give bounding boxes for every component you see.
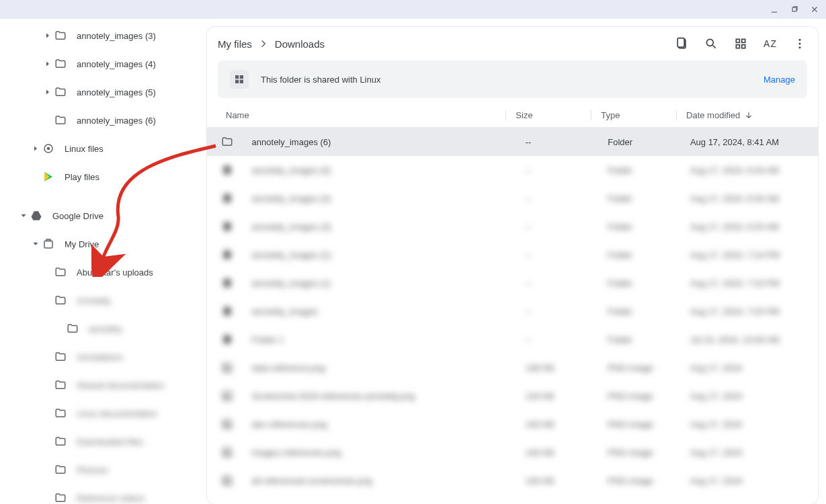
toolbar: AZ <box>674 36 807 51</box>
more-button[interactable] <box>792 36 807 51</box>
folder-icon <box>54 435 67 448</box>
svg-point-10 <box>799 39 801 41</box>
expand-icon[interactable] <box>42 86 54 98</box>
file-name: annotely_images (6) <box>252 137 516 147</box>
expand-icon[interactable] <box>42 435 54 448</box>
file-size: -- <box>516 250 599 260</box>
file-row[interactable]: annotely_images--FolderAug 17, 2024, 7:0… <box>207 297 818 325</box>
file-row[interactable]: Folder 1--FolderJul 24, 2024, 10:00 AM <box>207 325 818 353</box>
sidebar-item-label: Downloaded files <box>77 437 143 447</box>
file-row[interactable]: all-referenced-screenshots.png140 KBPNG … <box>207 466 818 495</box>
sidebar-item[interactable]: My Drive <box>0 230 207 258</box>
expand-icon[interactable] <box>42 266 54 278</box>
file-type: PNG image <box>598 419 681 429</box>
search-button[interactable] <box>704 36 718 51</box>
file-size: -- <box>516 335 599 345</box>
file-row[interactable]: abc-references.png140 KBPNG imageAug 17,… <box>207 410 818 438</box>
sidebar-item[interactable]: annotely_images (6) <box>0 106 207 134</box>
mydrive-icon <box>42 237 55 251</box>
col-type-header[interactable]: Type <box>591 110 676 120</box>
file-row[interactable]: annotely_images (1)--FolderAug 17, 2024,… <box>207 269 818 297</box>
breadcrumb-current[interactable]: Downloads <box>275 38 325 50</box>
sidebar-item[interactable]: Annotely <box>0 286 207 314</box>
file-name: annotely_images (4) <box>252 194 516 204</box>
sidebar-item[interactable]: Annotations <box>0 343 207 371</box>
sidebar-item-label: Annotely <box>77 296 111 306</box>
file-row[interactable]: annotely_images (2)--FolderAug 17, 2024,… <box>207 241 818 269</box>
folder-icon <box>54 57 67 71</box>
window-minimize-button[interactable] <box>768 3 780 15</box>
col-name-header[interactable]: Name <box>218 110 505 120</box>
file-name: annotely_images (1) <box>252 278 516 288</box>
drive-icon <box>30 209 43 222</box>
sidebar-item[interactable]: Linux documentation <box>0 399 207 427</box>
file-name: annotely_images (2) <box>252 250 516 260</box>
sidebar-item-label: Play files <box>65 172 99 182</box>
svg-rect-28 <box>223 420 231 428</box>
svg-rect-2 <box>44 241 52 249</box>
expand-icon[interactable] <box>30 238 42 250</box>
file-row[interactable]: annotely_images (6)--FolderAug 17, 2024,… <box>207 128 818 156</box>
expand-icon[interactable] <box>42 492 54 504</box>
expand-icon[interactable] <box>42 30 54 42</box>
sidebar-item[interactable]: Google Drive <box>0 202 207 230</box>
expand-icon[interactable] <box>30 171 42 183</box>
svg-rect-23 <box>224 335 231 343</box>
file-row[interactable]: images-references.png140 KBPNG imageAug … <box>207 438 818 466</box>
expand-icon[interactable] <box>42 294 54 306</box>
grid-view-button[interactable] <box>733 36 748 51</box>
expand-icon[interactable] <box>54 323 66 335</box>
expand-icon[interactable] <box>42 464 54 476</box>
clipboard-button[interactable] <box>674 36 689 51</box>
zip-icon <box>220 191 235 206</box>
file-type: Folder <box>598 137 681 147</box>
sidebar-item[interactable]: Play files <box>0 163 207 191</box>
svg-rect-18 <box>224 194 231 202</box>
col-size-header[interactable]: Size <box>505 110 591 120</box>
file-row[interactable]: annotely_images (5)--FolderAug 17, 2024,… <box>207 156 818 184</box>
window-titlebar <box>0 0 826 19</box>
sort-button[interactable]: AZ <box>763 36 778 51</box>
expand-icon[interactable] <box>42 407 54 419</box>
file-row[interactable]: data reference.png148 KBPNG imageAug 17,… <box>207 353 818 382</box>
sidebar-item-label: Reference videos <box>77 493 144 503</box>
folder-icon <box>220 134 235 149</box>
file-row[interactable]: annotely_images (4)--FolderAug 17, 2024,… <box>207 184 818 212</box>
svg-rect-13 <box>235 75 239 79</box>
sidebar-item[interactable]: annotely <box>0 314 207 343</box>
sidebar-item[interactable]: Pictures <box>0 456 207 484</box>
sidebar-item[interactable]: Shared documentation <box>0 371 207 399</box>
sidebar-item[interactable]: Downloaded files <box>0 427 207 456</box>
expand-icon[interactable] <box>30 142 42 155</box>
window-maximize-button[interactable] <box>788 3 800 15</box>
sidebar-item-label: My Drive <box>65 239 99 249</box>
expand-icon[interactable] <box>42 379 54 391</box>
zip-icon <box>220 276 235 290</box>
sidebar-item[interactable]: annotely_images (4) <box>0 50 207 78</box>
file-row[interactable]: Screenshot-2024-references-annotely.png1… <box>207 382 818 410</box>
file-row[interactable]: annotely_images (3)--FolderAug 17, 2024,… <box>207 212 818 241</box>
file-name: Folder 1 <box>252 335 516 345</box>
folder-icon <box>66 322 79 335</box>
svg-rect-20 <box>224 251 231 259</box>
sidebar-item[interactable]: Linux files <box>0 134 207 163</box>
expand-icon[interactable] <box>42 351 54 363</box>
window-close-button[interactable] <box>809 3 821 15</box>
file-size: -- <box>516 137 599 147</box>
svg-rect-15 <box>235 80 239 83</box>
manage-link[interactable]: Manage <box>763 75 795 85</box>
expand-icon[interactable] <box>17 210 30 222</box>
svg-rect-26 <box>223 392 231 400</box>
sidebar-item[interactable]: Abubakar's uploads <box>0 258 207 286</box>
expand-icon[interactable] <box>42 114 54 126</box>
svg-rect-16 <box>240 80 243 83</box>
expand-icon[interactable] <box>42 58 54 70</box>
sidebar-item-label: annotely_images (6) <box>77 116 156 126</box>
sidebar-item[interactable]: annotely_images (3) <box>0 22 207 50</box>
breadcrumb-root[interactable]: My files <box>218 38 252 50</box>
file-size: -- <box>516 278 599 288</box>
col-date-header[interactable]: Date modified <box>676 110 807 120</box>
sidebar-item[interactable]: Reference videos <box>0 484 207 504</box>
linux-share-banner: This folder is shared with Linux Manage <box>218 60 807 98</box>
sidebar-item[interactable]: annotely_images (5) <box>0 78 207 106</box>
